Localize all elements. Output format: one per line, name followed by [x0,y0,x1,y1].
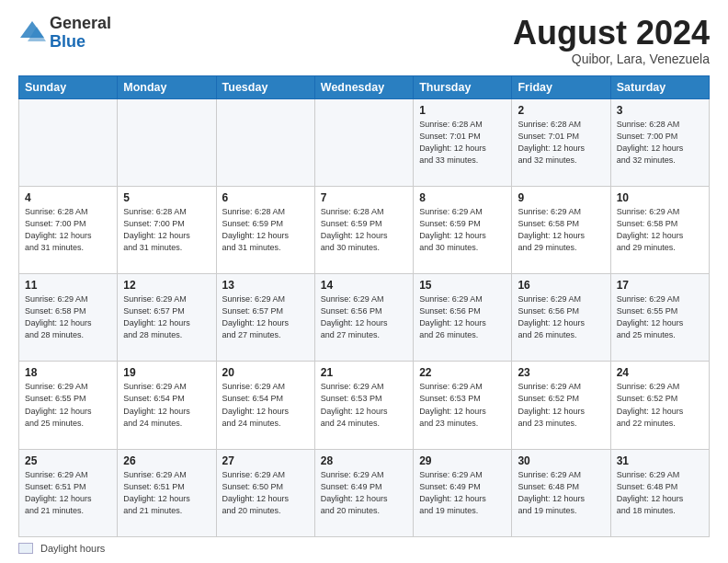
calendar-cell: 16Sunrise: 6:29 AM Sunset: 6:56 PM Dayli… [512,274,610,362]
day-info: Sunrise: 6:29 AM Sunset: 6:52 PM Dayligh… [617,381,703,429]
legend-box [18,543,33,554]
calendar-cell: 31Sunrise: 6:29 AM Sunset: 6:48 PM Dayli… [610,449,709,536]
calendar-cell: 12Sunrise: 6:29 AM Sunset: 6:57 PM Dayli… [118,274,216,362]
day-info: Sunrise: 6:28 AM Sunset: 7:00 PM Dayligh… [617,119,703,167]
day-number: 27 [222,454,309,467]
day-number: 8 [419,191,506,204]
calendar-header-row: SundayMondayTuesdayWednesdayThursdayFrid… [19,75,710,98]
day-number: 14 [321,279,407,292]
day-info: Sunrise: 6:29 AM Sunset: 6:51 PM Dayligh… [123,469,210,517]
page: General Blue August 2024 Quibor, Lara, V… [0,0,728,563]
day-number: 18 [25,366,111,379]
location: Quibor, Lara, Venezuela [513,52,710,66]
calendar-cell: 29Sunrise: 6:29 AM Sunset: 6:49 PM Dayli… [414,449,512,536]
day-info: Sunrise: 6:29 AM Sunset: 6:51 PM Dayligh… [25,469,111,517]
day-number: 16 [518,279,604,292]
header: General Blue August 2024 Quibor, Lara, V… [18,15,710,66]
calendar-cell: 28Sunrise: 6:29 AM Sunset: 6:49 PM Dayli… [314,449,413,536]
logo-icon [18,19,46,47]
calendar-cell: 5Sunrise: 6:28 AM Sunset: 7:00 PM Daylig… [118,186,216,273]
day-info: Sunrise: 6:28 AM Sunset: 6:59 PM Dayligh… [321,206,407,254]
calendar-weekday-sunday: Sunday [19,75,118,98]
day-info: Sunrise: 6:29 AM Sunset: 6:48 PM Dayligh… [518,469,604,517]
calendar-week-row: 4Sunrise: 6:28 AM Sunset: 7:00 PM Daylig… [19,186,710,273]
calendar-weekday-friday: Friday [512,75,610,98]
day-info: Sunrise: 6:29 AM Sunset: 6:54 PM Dayligh… [222,381,309,429]
day-info: Sunrise: 6:29 AM Sunset: 6:54 PM Dayligh… [123,381,210,429]
day-info: Sunrise: 6:29 AM Sunset: 6:56 PM Dayligh… [518,293,604,341]
logo: General Blue [18,15,111,52]
day-number: 29 [419,454,506,467]
calendar-cell: 25Sunrise: 6:29 AM Sunset: 6:51 PM Dayli… [19,449,118,536]
calendar-weekday-monday: Monday [118,75,216,98]
day-info: Sunrise: 6:29 AM Sunset: 6:53 PM Dayligh… [321,381,407,429]
calendar-table: SundayMondayTuesdayWednesdayThursdayFrid… [18,75,710,537]
calendar-cell: 24Sunrise: 6:29 AM Sunset: 6:52 PM Dayli… [610,362,709,449]
calendar-weekday-thursday: Thursday [414,75,512,98]
calendar-cell: 10Sunrise: 6:29 AM Sunset: 6:58 PM Dayli… [610,186,709,273]
day-number: 26 [123,454,210,467]
calendar-week-row: 11Sunrise: 6:29 AM Sunset: 6:58 PM Dayli… [19,274,710,362]
calendar-week-row: 18Sunrise: 6:29 AM Sunset: 6:55 PM Dayli… [19,362,710,449]
day-info: Sunrise: 6:29 AM Sunset: 6:57 PM Dayligh… [123,293,210,341]
day-number: 23 [518,366,604,379]
day-info: Sunrise: 6:29 AM Sunset: 6:57 PM Dayligh… [222,293,309,341]
day-info: Sunrise: 6:29 AM Sunset: 6:55 PM Dayligh… [25,381,111,429]
title-block: August 2024 Quibor, Lara, Venezuela [513,15,710,66]
day-info: Sunrise: 6:28 AM Sunset: 7:00 PM Dayligh… [25,206,111,254]
day-number: 2 [518,104,604,117]
day-number: 24 [617,366,703,379]
day-info: Sunrise: 6:29 AM Sunset: 6:48 PM Dayligh… [617,469,703,517]
day-number: 7 [321,191,407,204]
calendar-cell: 19Sunrise: 6:29 AM Sunset: 6:54 PM Dayli… [118,362,216,449]
day-number: 30 [518,454,604,467]
calendar-cell [314,98,413,186]
day-info: Sunrise: 6:28 AM Sunset: 7:01 PM Dayligh… [419,119,506,167]
day-number: 20 [222,366,309,379]
calendar-cell: 21Sunrise: 6:29 AM Sunset: 6:53 PM Dayli… [314,362,413,449]
calendar-weekday-tuesday: Tuesday [216,75,314,98]
day-number: 19 [123,366,210,379]
calendar-cell [216,98,314,186]
day-info: Sunrise: 6:29 AM Sunset: 6:58 PM Dayligh… [518,206,604,254]
day-number: 13 [222,279,309,292]
calendar-cell: 15Sunrise: 6:29 AM Sunset: 6:56 PM Dayli… [414,274,512,362]
calendar-cell: 6Sunrise: 6:28 AM Sunset: 6:59 PM Daylig… [216,186,314,273]
logo-text: General Blue [50,15,111,52]
calendar-cell: 14Sunrise: 6:29 AM Sunset: 6:56 PM Dayli… [314,274,413,362]
month-title: August 2024 [513,15,710,52]
day-number: 4 [25,191,111,204]
calendar-cell: 13Sunrise: 6:29 AM Sunset: 6:57 PM Dayli… [216,274,314,362]
calendar-cell: 27Sunrise: 6:29 AM Sunset: 6:50 PM Dayli… [216,449,314,536]
day-number: 21 [321,366,407,379]
logo-blue-text: Blue [50,32,85,51]
day-number: 5 [123,191,210,204]
day-number: 6 [222,191,309,204]
legend-label: Daylight hours [40,543,105,554]
calendar-cell: 22Sunrise: 6:29 AM Sunset: 6:53 PM Dayli… [414,362,512,449]
calendar-cell: 9Sunrise: 6:29 AM Sunset: 6:58 PM Daylig… [512,186,610,273]
day-info: Sunrise: 6:29 AM Sunset: 6:55 PM Dayligh… [617,293,703,341]
day-info: Sunrise: 6:29 AM Sunset: 6:56 PM Dayligh… [419,293,506,341]
day-number: 3 [617,104,703,117]
calendar-cell: 7Sunrise: 6:28 AM Sunset: 6:59 PM Daylig… [314,186,413,273]
calendar-cell [118,98,216,186]
logo-general-text: General [50,14,111,32]
day-number: 9 [518,191,604,204]
day-info: Sunrise: 6:29 AM Sunset: 6:49 PM Dayligh… [419,469,506,517]
day-info: Sunrise: 6:29 AM Sunset: 6:58 PM Dayligh… [25,293,111,341]
calendar-cell [19,98,118,186]
day-info: Sunrise: 6:28 AM Sunset: 6:59 PM Dayligh… [222,206,309,254]
footer: Daylight hours [18,543,710,554]
calendar-week-row: 1Sunrise: 6:28 AM Sunset: 7:01 PM Daylig… [19,98,710,186]
day-number: 25 [25,454,111,467]
calendar-cell: 20Sunrise: 6:29 AM Sunset: 6:54 PM Dayli… [216,362,314,449]
calendar-weekday-saturday: Saturday [610,75,709,98]
day-info: Sunrise: 6:29 AM Sunset: 6:56 PM Dayligh… [321,293,407,341]
calendar-weekday-wednesday: Wednesday [314,75,413,98]
day-number: 15 [419,279,506,292]
day-number: 22 [419,366,506,379]
day-info: Sunrise: 6:29 AM Sunset: 6:49 PM Dayligh… [321,469,407,517]
day-number: 10 [617,191,703,204]
day-info: Sunrise: 6:28 AM Sunset: 7:01 PM Dayligh… [518,119,604,167]
